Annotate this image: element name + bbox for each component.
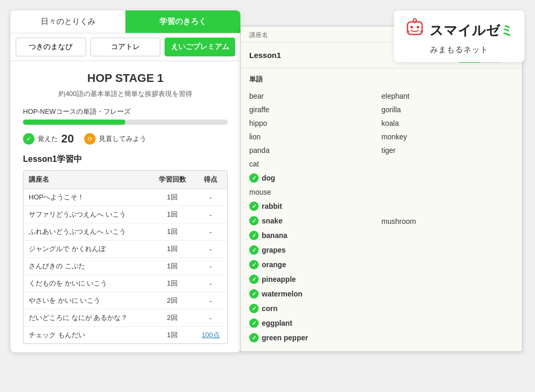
vocab-panel: 講座名 覚えた語句 詳細 Lesson1 20 / 40 ∧ 単語 beargi… (240, 26, 522, 352)
lesson-table-row: やさいを かいに いこう2回- (24, 292, 227, 310)
vocab-word-item: ✓green pepper (249, 330, 381, 345)
vocab-word-item: mushroom (381, 215, 514, 228)
vocab-word-text: banana (262, 231, 287, 240)
tab-row-2: つきのまなび コアトレ えいごプレミアム (10, 33, 240, 61)
vocab-word-text: mouse (249, 188, 271, 196)
vocab-word-item: cat (249, 157, 381, 171)
lesson-row-name: ジャングルで かくれんぼ (24, 241, 150, 258)
vocab-word-item: bear (249, 89, 381, 103)
vocab-word-item: ✓rabbit (249, 199, 381, 213)
vocab-word-text: lion (249, 133, 261, 141)
check-icon: ✓ (249, 245, 259, 255)
vocab-word-item: ✓banana (249, 228, 381, 243)
vocab-word-item: ✓pineapple (249, 272, 381, 287)
lesson-row-name: だいどころに なにが あるかな？ (24, 310, 150, 327)
lesson-table-row: ジャングルで かくれんぼ1回- (24, 241, 227, 258)
learned-icon: ✓ (23, 133, 34, 145)
sub-tab-monthly[interactable]: つきのまなび (16, 38, 86, 56)
progress-bar-fill (23, 120, 125, 125)
vocab-word-text: snake (262, 217, 283, 225)
score-link[interactable]: 100点 (202, 331, 220, 339)
vocab-word-item: tiger (381, 144, 514, 157)
vocab-word-item (381, 194, 514, 199)
logo-main-text: スマイルゼミ (429, 21, 514, 40)
vocab-word-text: panda (249, 146, 270, 155)
lesson-row-score[interactable]: 100点 (194, 327, 227, 344)
vocab-word-item: mouse (249, 185, 381, 199)
lesson-row-count: 1回 (150, 206, 194, 223)
vocab-category: 単語 (249, 75, 514, 84)
vocab-word-item: lion (249, 130, 381, 144)
lesson-row-count: 2回 (150, 310, 194, 327)
check-icon: ✓ (249, 231, 259, 240)
review-icon: ⟳ (84, 133, 96, 145)
stats-row: ✓ 覚えた 20 ⟳ 見直してみよう (23, 132, 228, 146)
vocab-word-item: monkey (381, 130, 514, 144)
vocab-word-text: grapes (262, 246, 286, 254)
check-icon: ✓ (249, 275, 259, 284)
vocab-word-item: ✓watermelon (249, 287, 381, 301)
stage-title: HOP STAGE 1 (23, 72, 228, 85)
lesson-row-score: - (194, 275, 227, 292)
svg-point-1 (411, 26, 413, 29)
logo-accent-char: ミ (500, 22, 514, 38)
vocab-word-item: ✓grapes (249, 243, 381, 257)
tab-row-1: 日々のとりくみ 学習のきろく (10, 10, 240, 33)
logo-icon (404, 18, 425, 43)
tab-daily[interactable]: 日々のとりくみ (10, 10, 125, 33)
lesson-row-score: - (194, 292, 227, 310)
vocab-word-text: pineapple (262, 275, 296, 283)
lesson-row-name: サファリどうぶつえんへ いこう (24, 206, 150, 223)
sub-tab-english[interactable]: えいごプレミアム (165, 38, 235, 56)
stat-learned: ✓ 覚えた 20 (23, 132, 74, 146)
lesson-row-count: 1回 (150, 275, 194, 292)
vocab-word-text: mushroom (381, 217, 416, 225)
lesson-row-name: さんびきの こぶた (24, 258, 150, 275)
col-header-score: 得点 (194, 171, 227, 189)
vocab-word-item (381, 178, 514, 183)
learned-label: 覚えた (38, 134, 58, 144)
lesson-row-name: やさいを かいに いこう (24, 292, 150, 310)
vocab-body: 単語 beargiraffehippolionpandacat✓dogmouse… (241, 68, 522, 351)
vocab-word-item: ✓snake (249, 213, 381, 228)
vocab-word-item (381, 168, 514, 173)
svg-rect-0 (408, 22, 422, 34)
lesson-table-row: チェック もんだい1回100点 (24, 327, 227, 344)
lesson-row-score: - (194, 258, 227, 275)
logo-top-row: スマイルゼミ (404, 18, 514, 43)
vocab-word-item (381, 157, 514, 162)
lesson-table-row: HOPへようこそ！1回- (24, 189, 227, 206)
lesson-row-name: ふれあいどうぶつえんへ いこう (24, 223, 150, 241)
svg-point-5 (408, 30, 410, 32)
lesson-row-count: 1回 (150, 223, 194, 241)
check-icon: ✓ (249, 201, 259, 211)
lesson-table-row: さんびきの こぶた1回- (24, 258, 227, 275)
vocab-word-text: giraffe (249, 105, 270, 114)
vocab-word-item (381, 204, 514, 209)
vocab-word-item: ✓orange (249, 257, 381, 272)
tab-learning[interactable]: 学習のきろく (125, 10, 240, 33)
sub-tab-core[interactable]: コアトレ (90, 38, 161, 56)
vocab-word-item: ✓eggplant (249, 316, 381, 330)
lesson-row-score: - (194, 310, 227, 327)
stat-review: ⟳ 見直してみよう (84, 133, 146, 145)
check-icon: ✓ (249, 318, 259, 328)
vocab-word-text: koala (381, 119, 399, 127)
check-icon: ✓ (249, 333, 259, 342)
lesson-section: Lesson1学習中 講座名 学習回数 得点 HOPへようこそ！1回-サファリど… (10, 154, 240, 352)
vocab-word-item: ✓dog (249, 171, 381, 185)
lesson-table-row: ふれあいどうぶつえんへ いこう1回- (24, 223, 227, 241)
logo-panel: スマイルゼミ みまもるネット (394, 10, 525, 62)
vocab-word-text: elephant (381, 92, 410, 100)
vocab-word-text: eggplant (262, 319, 292, 327)
vocab-word-text: orange (262, 260, 286, 269)
lesson-table: 講座名 学習回数 得点 HOPへようこそ！1回-サファリどうぶつえんへ いこう1… (24, 171, 227, 343)
section-label: HOP-NEWコースの単語・フレーズ (23, 107, 228, 116)
lesson-row-name: チェック もんだい (24, 327, 150, 344)
smilezemi-icon (404, 18, 425, 39)
lesson-table-row: だいどころに なにが あるかな？2回- (24, 310, 227, 327)
vocab-word-item (381, 183, 514, 188)
vocab-word-item (381, 162, 514, 168)
vocab-word-item (381, 199, 514, 204)
review-label: 見直してみよう (99, 134, 146, 144)
